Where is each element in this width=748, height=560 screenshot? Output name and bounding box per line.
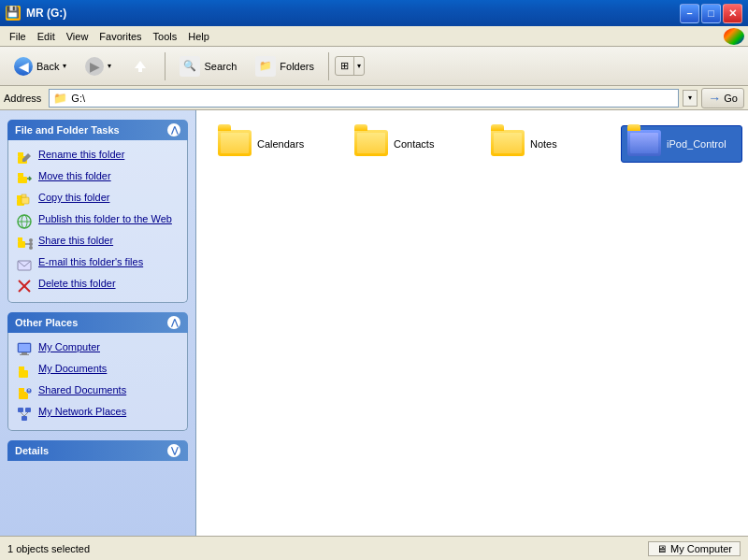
views-icon: ⊞	[336, 57, 354, 75]
my-documents-item[interactable]: My Documents	[12, 360, 183, 381]
email-icon	[16, 256, 33, 273]
share-folder-item[interactable]: Share this folder	[12, 232, 183, 253]
search-button[interactable]: 🔍 Search	[171, 52, 245, 80]
move-folder-item[interactable]: Move this folder	[12, 167, 183, 189]
menu-tools[interactable]: Tools	[148, 29, 183, 44]
folder-grid: Calendars Contacts Notes	[211, 125, 733, 163]
rename-folder-item[interactable]: Rename this folder	[12, 146, 183, 167]
my-computer-item[interactable]: My Computer	[12, 338, 183, 360]
fwd-dropdown-arrow[interactable]: ▾	[108, 62, 111, 70]
svg-rect-21	[22, 352, 27, 354]
svg-rect-2	[18, 177, 27, 183]
menu-favorites[interactable]: Favorites	[94, 29, 147, 44]
svg-line-33	[21, 412, 24, 416]
file-folder-tasks-body: Rename this folder Move this folder	[7, 140, 188, 303]
address-bar: Address 📁 ▾ → Go	[0, 86, 748, 110]
go-button[interactable]: → Go	[701, 88, 744, 108]
svg-rect-20	[19, 344, 30, 352]
forward-icon: ▶	[85, 57, 104, 76]
close-button[interactable]: ✕	[723, 4, 742, 23]
back-dropdown-arrow[interactable]: ▾	[63, 62, 66, 70]
main-area: File and Folder Tasks ⋀ Rename this fold…	[0, 110, 748, 536]
folder-ipod-control-name: iPod_Control	[667, 138, 726, 150]
folder-contacts-name: Contacts	[394, 138, 434, 150]
svg-rect-11	[18, 241, 25, 248]
content-area: Calendars Contacts Notes	[196, 110, 748, 536]
title-bar-controls: – □ ✕	[680, 4, 742, 23]
folder-notes-name: Notes	[530, 138, 557, 150]
svg-rect-31	[25, 408, 31, 412]
copy-folder-item[interactable]: Copy this folder	[12, 189, 183, 210]
folder-ipod-control-icon	[627, 130, 661, 158]
file-folder-tasks-collapse[interactable]: ⋀	[167, 123, 180, 136]
publish-icon	[16, 213, 33, 230]
svg-rect-1	[18, 152, 23, 156]
go-label: Go	[724, 93, 738, 104]
details-collapse[interactable]: ⋁	[167, 444, 180, 457]
status-bar: 1 objects selected 🖥 My Computer	[0, 536, 748, 560]
toolbar-separator-2	[328, 52, 329, 80]
windows-logo	[724, 28, 744, 45]
svg-rect-26	[19, 388, 24, 392]
svg-rect-25	[19, 392, 28, 399]
window-icon: 💾	[6, 6, 21, 21]
back-label: Back	[36, 61, 59, 72]
folder-calendars-icon	[218, 130, 252, 158]
address-input-wrap: 📁	[49, 89, 679, 108]
address-input[interactable]	[71, 93, 674, 104]
views-button[interactable]: ⊞ ▾	[335, 56, 365, 76]
shared-documents-item[interactable]: Shared Documents	[12, 381, 183, 403]
folders-button[interactable]: 📁 Folders	[247, 52, 323, 80]
svg-line-34	[24, 412, 28, 416]
svg-rect-23	[19, 370, 28, 378]
email-folder-item[interactable]: E-mail this folder's files	[12, 253, 183, 275]
delete-icon	[16, 278, 33, 294]
copy-icon	[16, 192, 33, 208]
details-header: Details ⋁	[7, 440, 188, 461]
my-network-places-label: My Network Places	[38, 405, 126, 418]
menu-file[interactable]: File	[4, 29, 32, 44]
back-icon: ◀	[14, 57, 33, 76]
forward-button[interactable]: ▶ ▾	[77, 53, 120, 79]
share-folder-label: Share this folder	[38, 234, 113, 247]
svg-rect-32	[22, 416, 27, 421]
folder-calendars[interactable]: Calendars	[211, 125, 333, 163]
details-section: Details ⋁	[7, 440, 188, 461]
copy-folder-label: Copy this folder	[38, 191, 109, 204]
folders-icon: 📁	[255, 56, 276, 77]
publish-folder-item[interactable]: Publish this folder to the Web	[12, 210, 183, 232]
shared-documents-icon	[16, 384, 33, 401]
share-icon	[16, 235, 33, 251]
my-network-places-icon	[16, 406, 33, 423]
title-bar-left: 💾 MR (G:)	[6, 6, 66, 21]
delete-folder-item[interactable]: Delete this folder	[12, 275, 183, 296]
maximize-button[interactable]: □	[701, 4, 721, 23]
email-folder-label: E-mail this folder's files	[38, 255, 143, 268]
up-button[interactable]	[122, 52, 159, 80]
svg-rect-5	[17, 195, 22, 199]
left-panel: File and Folder Tasks ⋀ Rename this fold…	[0, 110, 196, 536]
svg-rect-22	[20, 354, 29, 355]
other-places-collapse[interactable]: ⋀	[167, 316, 180, 329]
rename-folder-label: Rename this folder	[38, 148, 124, 161]
folder-notes[interactable]: Notes	[484, 125, 606, 163]
menu-help[interactable]: Help	[182, 29, 215, 44]
views-dropdown-arrow[interactable]: ▾	[354, 59, 364, 73]
other-places-body: My Computer My Documents	[7, 333, 188, 431]
folder-calendars-name: Calendars	[257, 138, 304, 150]
window-title: MR (G:)	[26, 7, 66, 20]
address-label: Address	[4, 93, 45, 104]
back-button[interactable]: ◀ Back ▾	[6, 53, 75, 79]
svg-rect-3	[18, 173, 23, 177]
details-label: Details	[15, 445, 49, 456]
delete-folder-label: Delete this folder	[38, 277, 116, 290]
folder-contacts[interactable]: Contacts	[348, 125, 469, 163]
my-network-places-item[interactable]: My Network Places	[12, 403, 183, 424]
menu-view[interactable]: View	[61, 29, 94, 44]
menu-edit[interactable]: Edit	[32, 29, 61, 44]
folder-ipod-control[interactable]: iPod_Control	[621, 125, 742, 163]
file-folder-tasks-section: File and Folder Tasks ⋀ Rename this fold…	[7, 120, 188, 303]
address-dropdown[interactable]: ▾	[683, 90, 698, 107]
svg-rect-6	[22, 197, 29, 204]
minimize-button[interactable]: –	[680, 4, 699, 23]
